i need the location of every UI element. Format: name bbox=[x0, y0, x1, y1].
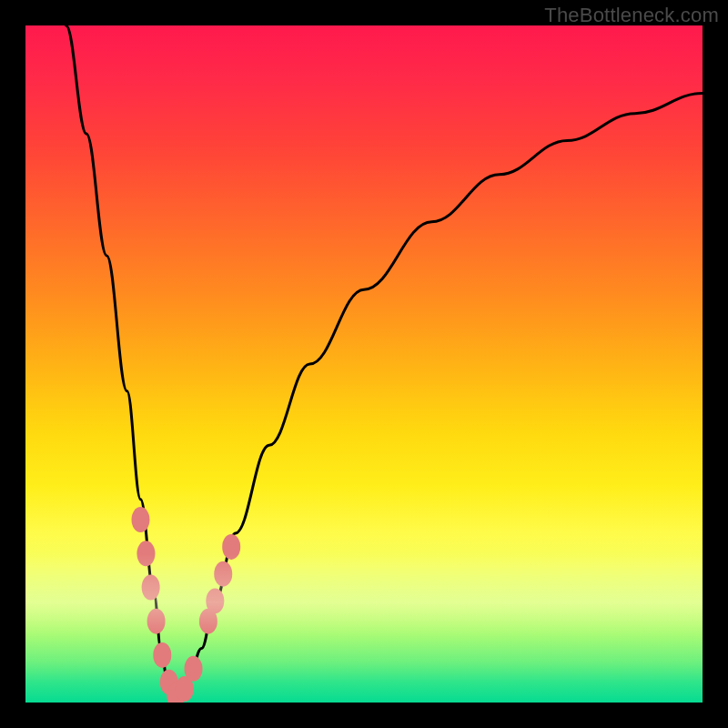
highlight-marker bbox=[214, 561, 232, 587]
chart-svg bbox=[25, 25, 703, 703]
chart-plot-area bbox=[25, 25, 703, 703]
highlight-marker bbox=[136, 541, 155, 566]
highlight-marker bbox=[147, 609, 166, 634]
highlight-marker bbox=[142, 575, 160, 601]
highlight-marker bbox=[206, 588, 224, 613]
app-frame: TheBottleneck.com bbox=[0, 0, 728, 728]
watermark-text: TheBottleneck.com bbox=[544, 4, 719, 27]
highlight-marker bbox=[131, 507, 149, 532]
highlight-markers-group bbox=[131, 507, 240, 703]
highlight-marker bbox=[185, 656, 203, 682]
highlight-marker bbox=[153, 642, 171, 668]
highlight-marker bbox=[222, 534, 240, 560]
bottleneck-curve bbox=[66, 25, 703, 696]
